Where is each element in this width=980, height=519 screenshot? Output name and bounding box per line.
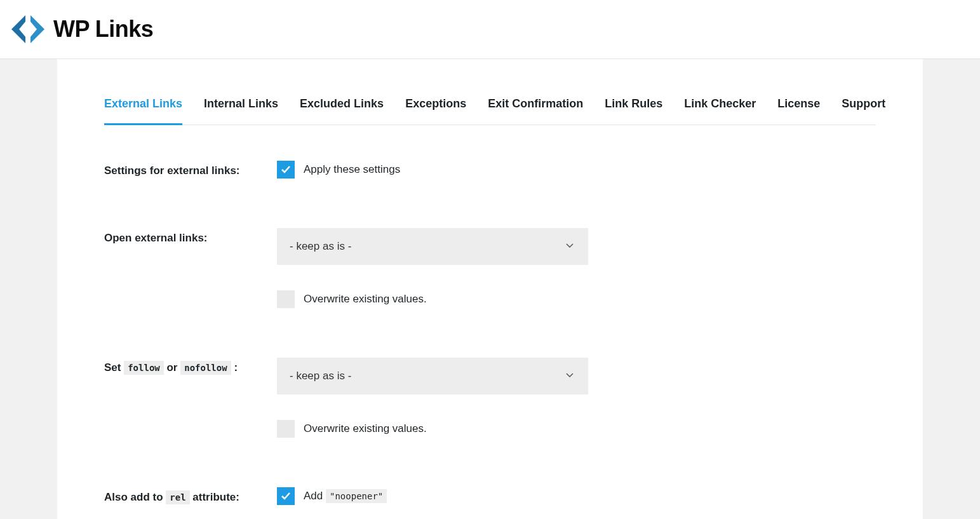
logo: WP Links — [10, 11, 970, 47]
apply-settings-checkbox[interactable] — [277, 161, 295, 179]
label-open-links: Open external links: — [104, 228, 277, 245]
apply-settings-label: Apply these settings — [304, 163, 400, 176]
code-nofollow: nofollow — [180, 361, 231, 375]
apply-settings-option: Apply these settings — [277, 161, 588, 179]
tab-link-checker[interactable]: Link Checker — [684, 97, 756, 125]
follow-select[interactable]: - keep as is - — [277, 358, 588, 394]
page: External Links Internal Links Excluded L… — [0, 59, 980, 519]
code-rel: rel — [166, 490, 189, 504]
tabs: External Links Internal Links Excluded L… — [104, 97, 876, 125]
label-settings: Settings for external links: — [104, 161, 277, 177]
follow-overwrite-label: Overwrite existing values. — [304, 422, 427, 435]
logo-icon — [10, 11, 46, 47]
header: WP Links — [0, 0, 980, 59]
row-rel: Also add to rel attribute: Add "noopener… — [104, 487, 876, 519]
label-rel: Also add to rel attribute: — [104, 487, 277, 504]
tab-exceptions[interactable]: Exceptions — [405, 97, 466, 125]
tab-exit-confirmation[interactable]: Exit Confirmation — [488, 97, 583, 125]
open-overwrite-checkbox[interactable] — [277, 290, 295, 308]
tab-link-rules[interactable]: Link Rules — [605, 97, 662, 125]
svg-marker-1 — [30, 15, 44, 43]
code-follow: follow — [124, 361, 164, 375]
open-links-value: - keep as is - — [290, 240, 351, 253]
svg-marker-0 — [11, 15, 25, 43]
tab-external-links[interactable]: External Links — [104, 97, 182, 125]
open-overwrite-label: Overwrite existing values. — [304, 293, 427, 306]
label-follow: Set follow or nofollow : — [104, 358, 277, 374]
noopener-label: Add "noopener" — [304, 490, 387, 502]
tab-internal-links[interactable]: Internal Links — [204, 97, 278, 125]
noopener-checkbox[interactable] — [277, 487, 295, 505]
logo-text: WP Links — [53, 16, 153, 43]
chevron-down-icon — [564, 369, 575, 384]
tab-support[interactable]: Support — [842, 97, 885, 125]
noopener-option: Add "noopener" — [277, 487, 588, 505]
row-open-links: Open external links: - keep as is - Over… — [104, 228, 876, 308]
follow-value: - keep as is - — [290, 370, 351, 382]
row-settings: Settings for external links: Apply these… — [104, 161, 876, 179]
chevron-down-icon — [564, 239, 575, 254]
settings-panel: External Links Internal Links Excluded L… — [57, 59, 923, 519]
code-noopener: "noopener" — [326, 489, 387, 503]
open-links-select[interactable]: - keep as is - — [277, 228, 588, 265]
open-overwrite-option: Overwrite existing values. — [277, 290, 588, 308]
follow-overwrite-option: Overwrite existing values. — [277, 420, 588, 438]
row-follow: Set follow or nofollow : - keep as is - … — [104, 358, 876, 438]
tab-license[interactable]: License — [777, 97, 820, 125]
tab-excluded-links[interactable]: Excluded Links — [300, 97, 384, 125]
follow-overwrite-checkbox[interactable] — [277, 420, 295, 438]
